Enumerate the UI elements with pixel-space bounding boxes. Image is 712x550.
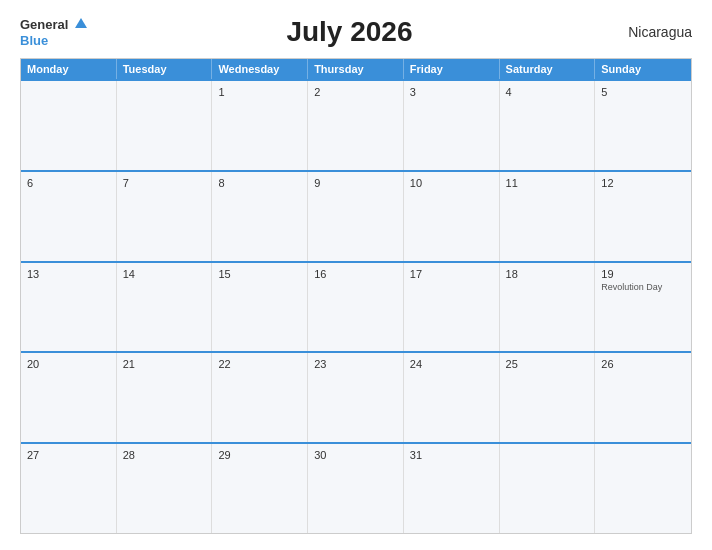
day-header-monday: Monday — [21, 59, 117, 79]
day-cell: 13 — [21, 263, 117, 352]
day-number: 22 — [218, 358, 301, 370]
day-number: 8 — [218, 177, 301, 189]
day-header-wednesday: Wednesday — [212, 59, 308, 79]
day-cell: 8 — [212, 172, 308, 261]
day-cell: 21 — [117, 353, 213, 442]
calendar: MondayTuesdayWednesdayThursdayFridaySatu… — [20, 58, 692, 534]
week-row-4: 20212223242526 — [21, 351, 691, 442]
day-cell: 6 — [21, 172, 117, 261]
day-cell — [595, 444, 691, 533]
day-number: 3 — [410, 86, 493, 98]
day-number: 11 — [506, 177, 589, 189]
day-number: 26 — [601, 358, 685, 370]
day-header-sunday: Sunday — [595, 59, 691, 79]
day-cell: 2 — [308, 81, 404, 170]
day-cell: 12 — [595, 172, 691, 261]
day-cell: 19Revolution Day — [595, 263, 691, 352]
day-cell: 31 — [404, 444, 500, 533]
day-cell — [117, 81, 213, 170]
logo-bottom: Blue — [20, 32, 87, 48]
logo-blue-text: Blue — [20, 33, 48, 48]
day-cell: 7 — [117, 172, 213, 261]
day-cell: 18 — [500, 263, 596, 352]
day-cell: 16 — [308, 263, 404, 352]
day-cell: 17 — [404, 263, 500, 352]
day-cell: 9 — [308, 172, 404, 261]
day-number: 18 — [506, 268, 589, 280]
day-number: 6 — [27, 177, 110, 189]
day-cell: 20 — [21, 353, 117, 442]
day-number: 19 — [601, 268, 685, 280]
day-cell: 15 — [212, 263, 308, 352]
day-cell: 30 — [308, 444, 404, 533]
week-row-5: 2728293031 — [21, 442, 691, 533]
day-number: 2 — [314, 86, 397, 98]
day-number: 29 — [218, 449, 301, 461]
day-cell: 25 — [500, 353, 596, 442]
week-row-3: 13141516171819Revolution Day — [21, 261, 691, 352]
day-number: 12 — [601, 177, 685, 189]
day-number: 17 — [410, 268, 493, 280]
day-number: 20 — [27, 358, 110, 370]
day-cell: 26 — [595, 353, 691, 442]
day-number: 25 — [506, 358, 589, 370]
day-cell: 28 — [117, 444, 213, 533]
country-label: Nicaragua — [612, 24, 692, 40]
day-cell: 14 — [117, 263, 213, 352]
calendar-page: General Blue July 2026 Nicaragua MondayT… — [0, 0, 712, 550]
day-header-thursday: Thursday — [308, 59, 404, 79]
day-cell: 24 — [404, 353, 500, 442]
day-number: 4 — [506, 86, 589, 98]
day-cell: 27 — [21, 444, 117, 533]
day-number: 24 — [410, 358, 493, 370]
day-number: 14 — [123, 268, 206, 280]
month-title: July 2026 — [87, 16, 612, 48]
day-number: 28 — [123, 449, 206, 461]
day-header-saturday: Saturday — [500, 59, 596, 79]
day-headers: MondayTuesdayWednesdayThursdayFridaySatu… — [21, 59, 691, 79]
day-cell: 10 — [404, 172, 500, 261]
logo-general-text: General — [20, 17, 68, 32]
day-number: 27 — [27, 449, 110, 461]
day-number: 23 — [314, 358, 397, 370]
day-number: 9 — [314, 177, 397, 189]
day-number: 5 — [601, 86, 685, 98]
holiday-label: Revolution Day — [601, 282, 685, 293]
week-row-1: 12345 — [21, 79, 691, 170]
logo-triangle-icon — [75, 18, 87, 28]
day-cell: 3 — [404, 81, 500, 170]
day-number: 30 — [314, 449, 397, 461]
day-number: 15 — [218, 268, 301, 280]
day-number: 1 — [218, 86, 301, 98]
day-cell — [21, 81, 117, 170]
day-cell: 1 — [212, 81, 308, 170]
day-cell: 4 — [500, 81, 596, 170]
day-header-tuesday: Tuesday — [117, 59, 213, 79]
header: General Blue July 2026 Nicaragua — [20, 16, 692, 48]
day-number: 31 — [410, 449, 493, 461]
day-cell — [500, 444, 596, 533]
weeks: 12345678910111213141516171819Revolution … — [21, 79, 691, 533]
day-number: 13 — [27, 268, 110, 280]
day-number: 10 — [410, 177, 493, 189]
day-cell: 22 — [212, 353, 308, 442]
week-row-2: 6789101112 — [21, 170, 691, 261]
day-number: 16 — [314, 268, 397, 280]
day-cell: 11 — [500, 172, 596, 261]
day-cell: 29 — [212, 444, 308, 533]
day-number: 7 — [123, 177, 206, 189]
logo: General Blue — [20, 16, 87, 48]
day-header-friday: Friday — [404, 59, 500, 79]
day-cell: 23 — [308, 353, 404, 442]
day-number: 21 — [123, 358, 206, 370]
logo-top: General — [20, 16, 87, 32]
day-cell: 5 — [595, 81, 691, 170]
